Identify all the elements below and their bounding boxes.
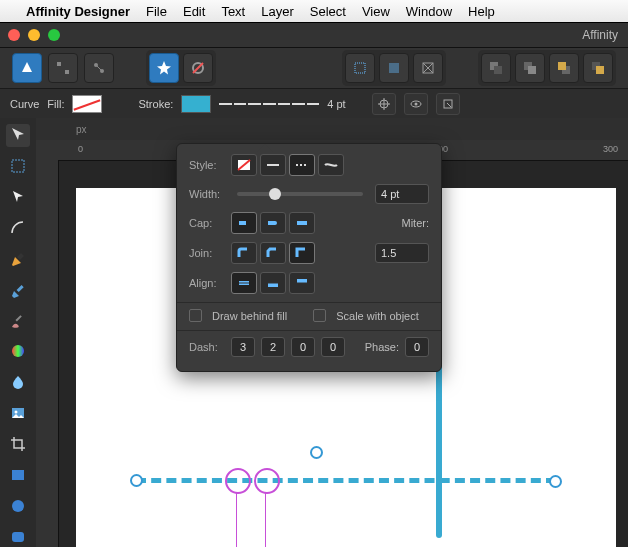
place-image-tool[interactable]	[6, 402, 30, 425]
snapping-group	[146, 50, 216, 86]
node-tool[interactable]	[6, 186, 30, 209]
align-outside-button[interactable]	[289, 272, 315, 294]
phase-field[interactable]: 0	[405, 337, 429, 357]
move-tool[interactable]	[6, 124, 30, 147]
cycle-selection-button[interactable]	[436, 93, 460, 115]
arrange-group	[478, 50, 616, 86]
dash-field-2[interactable]: 2	[261, 337, 285, 357]
menu-edit[interactable]: Edit	[183, 4, 205, 19]
dash-field-4[interactable]: 0	[321, 337, 345, 357]
selected-curve[interactable]	[136, 478, 556, 483]
align-grid-button[interactable]	[345, 53, 375, 83]
stroke-panel: Style: Width: 4 pt Cap: Miter: Join	[176, 143, 442, 372]
draw-behind-checkbox[interactable]	[189, 309, 202, 322]
svg-point-24	[12, 345, 24, 357]
app-name[interactable]: Affinity Designer	[26, 4, 130, 19]
persona-export-button[interactable]	[84, 53, 114, 83]
svg-rect-37	[297, 221, 307, 225]
width-field[interactable]: 4 pt	[375, 184, 429, 204]
stroke-style-dropdown[interactable]	[219, 97, 319, 111]
svg-rect-22	[17, 285, 24, 292]
persona-pixel-button[interactable]	[48, 53, 78, 83]
zoom-button[interactable]	[48, 29, 60, 41]
svg-rect-34	[239, 221, 246, 225]
style-solid-button[interactable]	[260, 154, 286, 176]
align-inside-button[interactable]	[260, 272, 286, 294]
join-miter-button[interactable]	[289, 242, 315, 264]
miter-label: Miter:	[402, 217, 430, 229]
align-label: Align:	[189, 277, 225, 289]
ruler-corner[interactable]	[36, 140, 59, 161]
join-round-button[interactable]	[231, 242, 257, 264]
hide-selection-button[interactable]	[404, 93, 428, 115]
svg-rect-40	[268, 283, 278, 287]
traffic-lights	[8, 29, 60, 41]
width-slider[interactable]	[237, 192, 363, 196]
align-center-button[interactable]	[231, 272, 257, 294]
svg-rect-29	[12, 532, 24, 542]
annotation-line-2	[265, 493, 266, 547]
svg-rect-42	[297, 279, 307, 283]
corner-tool[interactable]	[6, 217, 30, 240]
brush-tool[interactable]	[6, 309, 30, 332]
scale-with-object-checkbox[interactable]	[313, 309, 326, 322]
cap-square-button[interactable]	[289, 212, 315, 234]
minimize-button[interactable]	[28, 29, 40, 41]
ellipse-tool[interactable]	[6, 494, 30, 517]
menu-view[interactable]: View	[362, 4, 390, 19]
node-start[interactable]	[130, 474, 143, 487]
scale-with-object-label: Scale with object	[336, 310, 419, 322]
align-transform-button[interactable]	[413, 53, 443, 83]
main-toolbar	[0, 48, 628, 89]
menu-file[interactable]: File	[146, 4, 167, 19]
style-brush-button[interactable]	[318, 154, 344, 176]
cap-butt-button[interactable]	[231, 212, 257, 234]
node-end[interactable]	[549, 475, 562, 488]
draw-behind-label: Draw behind fill	[212, 310, 287, 322]
width-label: Width:	[189, 188, 225, 200]
stroke-width-value[interactable]: 4 pt	[327, 98, 345, 110]
dash-field-1[interactable]: 3	[231, 337, 255, 357]
crop-tool[interactable]	[6, 433, 30, 456]
miter-field[interactable]: 1.5	[375, 243, 429, 263]
arrange-back-button[interactable]	[481, 53, 511, 83]
annotation-circle-1	[225, 468, 251, 494]
control-handle[interactable]	[310, 446, 323, 459]
pen-tool[interactable]	[6, 247, 30, 270]
menu-window[interactable]: Window	[406, 4, 452, 19]
arrange-front-button[interactable]	[583, 53, 613, 83]
stroke-swatch[interactable]	[181, 95, 211, 113]
pencil-tool[interactable]	[6, 278, 30, 301]
menu-help[interactable]: Help	[468, 4, 495, 19]
style-dash-button[interactable]	[289, 154, 315, 176]
dash-field-3[interactable]: 0	[291, 337, 315, 357]
stroke-label: Stroke:	[138, 98, 173, 110]
close-button[interactable]	[8, 29, 20, 41]
snap-button[interactable]	[149, 53, 179, 83]
cap-round-button[interactable]	[260, 212, 286, 234]
fill-tool[interactable]	[6, 340, 30, 363]
app-window: Affinity Curve Fill: Stroke:	[0, 22, 628, 547]
rectangle-tool[interactable]	[6, 463, 30, 486]
svg-point-28	[12, 500, 24, 512]
transform-origin-button[interactable]	[372, 93, 396, 115]
svg-rect-21	[12, 160, 24, 172]
transparency-tool[interactable]	[6, 371, 30, 394]
artboard-tool[interactable]	[6, 155, 30, 178]
fill-swatch[interactable]	[72, 95, 102, 113]
menu-select[interactable]: Select	[310, 4, 346, 19]
menu-layer[interactable]: Layer	[261, 4, 294, 19]
force-pixel-button[interactable]	[183, 53, 213, 83]
svg-rect-7	[389, 63, 399, 73]
arrange-backward-button[interactable]	[515, 53, 545, 83]
rounded-rect-tool[interactable]	[6, 525, 30, 547]
join-bevel-button[interactable]	[260, 242, 286, 264]
vertical-ruler[interactable]	[36, 160, 59, 547]
svg-rect-23	[15, 315, 21, 321]
menu-text[interactable]: Text	[221, 4, 245, 19]
persona-designer-button[interactable]	[12, 53, 42, 83]
arrange-forward-button[interactable]	[549, 53, 579, 83]
align-bounds-button[interactable]	[379, 53, 409, 83]
style-none-button[interactable]	[231, 154, 257, 176]
join-label: Join:	[189, 247, 225, 259]
